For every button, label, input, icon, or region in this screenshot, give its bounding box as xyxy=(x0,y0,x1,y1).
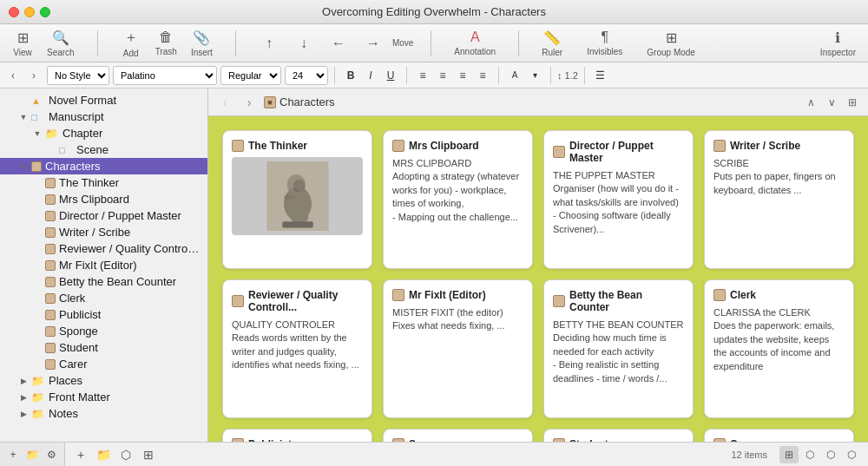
bottom-folder-btn[interactable]: 📁 xyxy=(95,446,112,463)
sidebar-add-btn[interactable]: + xyxy=(5,447,21,463)
format-nav-back[interactable]: ‹ xyxy=(3,66,23,85)
disclosure-icon[interactable] xyxy=(17,391,30,404)
sidebar-item-label: Scene xyxy=(76,143,108,156)
group-mode-button[interactable]: ⊞ Group Mode xyxy=(641,27,700,60)
size-select[interactable]: 24 xyxy=(285,66,328,85)
ruler-button[interactable]: 📏 Ruler xyxy=(536,27,568,60)
disclosure-icon[interactable] xyxy=(17,111,30,123)
sidebar-item-reviewer---quality-controller[interactable]: Reviewer / Quality Controller xyxy=(0,240,207,257)
trash-button[interactable]: 🗑 Trash xyxy=(150,27,182,59)
card-card-carer[interactable]: CarerCHARLIE the CARER Makes sure the ot… xyxy=(704,429,854,442)
card-card-thinker[interactable]: The Thinker xyxy=(222,130,372,269)
align-right-button[interactable]: ≡ xyxy=(453,66,472,85)
card-icon xyxy=(713,289,726,301)
sidebar-item-carer[interactable]: Carer xyxy=(0,356,207,372)
font-select[interactable]: Palatino xyxy=(113,66,217,85)
scriv-view-btn[interactable]: ⬡ xyxy=(842,446,861,463)
text-options-button[interactable]: ▾ xyxy=(525,66,544,85)
bottom-link-btn[interactable]: ⬡ xyxy=(117,446,135,463)
sidebar-item-publicist[interactable]: Publicist xyxy=(0,306,207,323)
annotation-button[interactable]: A Annotation xyxy=(449,27,501,59)
content-nav-back[interactable]: ‹ xyxy=(215,93,234,112)
card-card-publicist[interactable]: PublicistPENNY the PUBLICIST Does the so… xyxy=(222,429,372,442)
weight-select[interactable]: Regular xyxy=(220,66,281,85)
arrow-down-icon: ↓ xyxy=(300,36,307,51)
sidebar-item-label: Mr FixIt (Editor) xyxy=(59,259,137,272)
view-button[interactable]: ⊞ View xyxy=(7,27,38,60)
sidebar-item-characters[interactable]: Characters xyxy=(0,158,207,174)
char-icon xyxy=(45,211,56,221)
arrow-up-icon: ↑ xyxy=(266,36,273,51)
add-button[interactable]: ＋ Add xyxy=(115,26,147,61)
sidebar-item-chapter[interactable]: 📁Chapter xyxy=(0,125,207,141)
move-right-button[interactable]: → xyxy=(358,33,389,54)
card-card-reviewer[interactable]: Reviewer / Quality Controll...QUALITY CO… xyxy=(222,279,372,418)
sidebar-item-director---puppet-master[interactable]: Director / Puppet Master xyxy=(0,207,207,224)
sidebar-item-mrs-clipboard[interactable]: Mrs Clipboard xyxy=(0,191,207,207)
sidebar-item-scene[interactable]: □Scene xyxy=(0,141,207,158)
list-view-btn[interactable]: ⬡ xyxy=(800,446,819,463)
card-card-director[interactable]: Director / Puppet MasterTHE PUPPET MASTE… xyxy=(543,130,694,269)
bottom-add-btn[interactable]: + xyxy=(72,446,89,463)
move-up-button[interactable]: ↑ xyxy=(253,33,285,54)
card-card-student[interactable]: StudentSTELLA the STUDENT Reading books … xyxy=(543,429,694,442)
disclosure-icon[interactable] xyxy=(31,128,43,140)
view-label: View xyxy=(13,48,32,57)
sidebar-item-front-matter[interactable]: 📁Front Matter xyxy=(0,389,207,405)
disclosure-icon[interactable] xyxy=(17,161,30,173)
align-justify-button[interactable]: ≡ xyxy=(473,66,492,85)
sidebar-item-clerk[interactable]: Clerk xyxy=(0,290,207,306)
text-color-button[interactable]: A xyxy=(505,66,524,85)
card-header: Betty the Bean Counter xyxy=(553,289,684,313)
close-button[interactable] xyxy=(9,7,19,17)
content-sort-down[interactable]: ∨ xyxy=(823,94,840,111)
align-left-button[interactable]: ≡ xyxy=(413,66,432,85)
insert-button[interactable]: 📎 Insert xyxy=(186,27,218,60)
invisibles-button[interactable]: ¶ Invisibles xyxy=(582,27,628,59)
bottom-tag-btn[interactable]: ⊞ xyxy=(140,446,157,463)
sidebar-item-mr-fixit--editor-[interactable]: Mr FixIt (Editor) xyxy=(0,257,207,273)
disclosure-icon[interactable] xyxy=(17,375,30,387)
card-card-writer[interactable]: Writer / ScribeSCRIBE Puts pen to paper,… xyxy=(704,130,854,269)
toolbar-sep-3 xyxy=(431,30,431,56)
card-body: MISTER FIXIT (the editor) Fixes what nee… xyxy=(392,306,523,409)
card-card-sponge[interactable]: SpongeSUZIE the SPONGE Spends time in ca… xyxy=(383,429,533,442)
align-center-button[interactable]: ≡ xyxy=(433,66,452,85)
sidebar-folder-btn[interactable]: 📁 xyxy=(24,447,40,463)
style-select[interactable]: No Style xyxy=(47,66,109,85)
grid-view-btn[interactable]: ⊞ xyxy=(779,446,799,463)
sidebar-item-label: Writer / Scribe xyxy=(59,226,130,239)
underline-button[interactable]: U xyxy=(381,66,400,85)
sidebar-item-novel-format[interactable]: ▲Novel Format xyxy=(0,92,207,108)
card-card-mrs-clipboard[interactable]: Mrs ClipboardMRS CLIPBOARD Adopting a st… xyxy=(383,130,533,269)
search-button[interactable]: 🔍 Search xyxy=(42,27,80,60)
bold-button[interactable]: B xyxy=(341,66,360,85)
move-left-button[interactable]: ← xyxy=(323,33,354,54)
format-nav-fwd[interactable]: › xyxy=(24,66,43,85)
sidebar-item-manuscript[interactable]: □Manuscript xyxy=(0,108,207,125)
sidebar-item-the-thinker[interactable]: The Thinker xyxy=(0,174,207,191)
card-card-betty[interactable]: Betty the Bean CounterBETTY THE BEAN COU… xyxy=(543,279,694,418)
card-card-clerk[interactable]: ClerkCLARISSA the CLERK Does the paperwo… xyxy=(704,279,854,418)
italic-button[interactable]: I xyxy=(361,66,380,85)
sidebar-item-betty-the-bean-counter[interactable]: Betty the Bean Counter xyxy=(0,273,207,290)
sidebar-item-places[interactable]: 📁Places xyxy=(0,372,207,389)
sidebar-item-sponge[interactable]: Sponge xyxy=(0,323,207,339)
inspector-button[interactable]: ℹ Inspector xyxy=(815,27,861,60)
sidebar-options-btn[interactable]: ⚙ xyxy=(43,447,59,463)
main-area: ▲Novel Format□Manuscript📁Chapter□SceneCh… xyxy=(0,89,868,442)
sidebar-item-notes[interactable]: 📁Notes xyxy=(0,405,207,422)
outline-view-btn[interactable]: ⬡ xyxy=(821,446,840,463)
content-nav-fwd[interactable]: › xyxy=(240,93,259,112)
content-sort-up[interactable]: ∧ xyxy=(802,94,819,111)
ruler-icon: 📏 xyxy=(543,30,561,46)
maximize-button[interactable] xyxy=(40,7,50,17)
sidebar-item-student[interactable]: Student xyxy=(0,339,207,356)
move-down-button[interactable]: ↓ xyxy=(288,33,319,54)
disclosure-icon[interactable] xyxy=(17,408,30,420)
card-card-mrfixit[interactable]: Mr FixIt (Editor)MISTER FIXIT (the edito… xyxy=(383,279,533,418)
content-grid-view[interactable]: ⊞ xyxy=(844,94,861,111)
list-button[interactable]: ☰ xyxy=(591,66,610,85)
minimize-button[interactable] xyxy=(24,7,35,17)
sidebar-item-writer---scribe[interactable]: Writer / Scribe xyxy=(0,224,207,240)
